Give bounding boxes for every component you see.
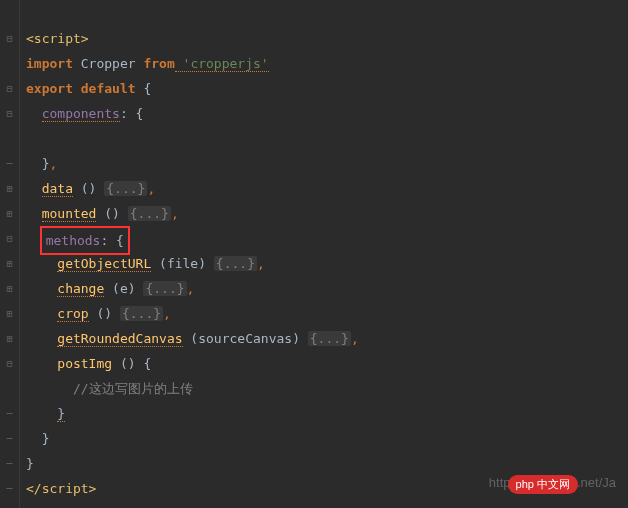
import-name: Cropper	[73, 56, 143, 71]
fold-icon[interactable]: ⊞	[0, 276, 19, 301]
code-line: }	[26, 426, 359, 451]
parens: ()	[89, 306, 120, 321]
brace: {	[128, 106, 144, 121]
fold-placeholder[interactable]: {...}	[308, 331, 351, 346]
code-area[interactable]: <script> import Cropper from 'cropperjs'…	[20, 0, 359, 508]
parens: ()	[96, 206, 127, 221]
fold-icon[interactable]: ⊟	[0, 101, 19, 126]
code-line: <script>	[26, 26, 359, 51]
fold-icon[interactable]: ⊞	[0, 301, 19, 326]
fold-icon[interactable]: ⊞	[0, 251, 19, 276]
fold-placeholder[interactable]: {...}	[128, 206, 171, 221]
code-line: getObjectURL (file) {...},	[26, 251, 359, 276]
fold-placeholder[interactable]: {...}	[214, 256, 257, 271]
import-keyword: import	[26, 56, 73, 71]
code-line: import Cropper from 'cropperjs'	[26, 51, 359, 76]
paren: )	[128, 281, 144, 296]
crop-method: crop	[57, 306, 88, 322]
import-string: 'cropperjs'	[175, 56, 269, 72]
code-line: change (e) {...},	[26, 276, 359, 301]
components-prop: components	[42, 106, 120, 122]
default-keyword: default	[73, 81, 136, 96]
brace: }	[42, 431, 50, 446]
script-tag-open: <script>	[26, 31, 89, 46]
comma: ,	[49, 156, 57, 171]
script-tag-close: </script>	[26, 481, 96, 496]
comma: ,	[187, 281, 195, 296]
from-keyword: from	[143, 56, 174, 71]
fold-icon	[0, 51, 19, 76]
code-line: }	[26, 451, 359, 476]
paren: )	[292, 331, 308, 346]
parens: ()	[73, 181, 104, 196]
code-line: </script>	[26, 476, 359, 501]
data-method: data	[42, 181, 73, 197]
mounted-method: mounted	[42, 206, 97, 222]
code-line: mounted () {...},	[26, 201, 359, 226]
code-line: //这边写图片的上传	[26, 376, 359, 401]
fold-icon	[0, 126, 19, 151]
fold-placeholder[interactable]: {...}	[143, 281, 186, 296]
getroundedcanvas-method: getRoundedCanvas	[57, 331, 182, 347]
fold-icon[interactable]: ─	[0, 151, 19, 176]
paren: (	[183, 331, 199, 346]
fold-icon	[0, 376, 19, 401]
code-line: export default {	[26, 76, 359, 101]
postimg-method: postImg	[57, 356, 112, 371]
code-line: },	[26, 151, 359, 176]
brace: }	[57, 406, 65, 422]
fold-gutter: ⊟ ⊟ ⊟ ─ ⊞ ⊞ ⊟ ⊞ ⊞ ⊞ ⊞ ⊟ ─ ─ ─ ─	[0, 0, 20, 508]
fold-icon[interactable]: ─	[0, 426, 19, 451]
code-line	[26, 126, 359, 151]
fold-icon[interactable]: ⊟	[0, 26, 19, 51]
paren: )	[198, 256, 214, 271]
methods-prop: methods	[46, 233, 101, 248]
code-line: }	[26, 401, 359, 426]
code-editor[interactable]: ⊟ ⊟ ⊟ ─ ⊞ ⊞ ⊟ ⊞ ⊞ ⊞ ⊞ ⊟ ─ ─ ─ ─ <script>…	[0, 0, 628, 508]
code-line: crop () {...},	[26, 301, 359, 326]
paren: (	[104, 281, 120, 296]
brace: }	[26, 456, 34, 471]
comma: ,	[147, 181, 155, 196]
code-line: data () {...},	[26, 176, 359, 201]
parens-brace: () {	[112, 356, 151, 371]
code-line: postImg () {	[26, 351, 359, 376]
export-keyword: export	[26, 81, 73, 96]
paren: (	[151, 256, 167, 271]
fold-placeholder[interactable]: {...}	[104, 181, 147, 196]
fold-icon[interactable]: ⊞	[0, 326, 19, 351]
php-badge: php 中文网	[508, 475, 578, 494]
colon: :	[120, 106, 128, 121]
fold-icon[interactable]: ⊟	[0, 76, 19, 101]
code-line: getRoundedCanvas (sourceCanvas) {...},	[26, 326, 359, 351]
comma: ,	[257, 256, 265, 271]
fold-icon[interactable]: ─	[0, 476, 19, 501]
fold-icon[interactable]: ⊟	[0, 351, 19, 376]
code-line: methods: {	[26, 226, 359, 251]
change-method: change	[57, 281, 104, 297]
fold-icon[interactable]: ─	[0, 451, 19, 476]
code-line: components: {	[26, 101, 359, 126]
param-e: e	[120, 281, 128, 296]
brace: {	[108, 233, 124, 248]
fold-icon[interactable]: ─	[0, 401, 19, 426]
param-sourcecanvas: sourceCanvas	[198, 331, 292, 346]
fold-icon[interactable]: ⊞	[0, 201, 19, 226]
fold-placeholder[interactable]: {...}	[120, 306, 163, 321]
getobjecturl-method: getObjectURL	[57, 256, 151, 272]
comma: ,	[163, 306, 171, 321]
comment: //这边写图片的上传	[73, 381, 193, 396]
comma: ,	[351, 331, 359, 346]
comma: ,	[171, 206, 179, 221]
fold-icon[interactable]: ⊟	[0, 226, 19, 251]
param-file: file	[167, 256, 198, 271]
fold-icon[interactable]: ⊞	[0, 176, 19, 201]
brace: {	[136, 81, 152, 96]
